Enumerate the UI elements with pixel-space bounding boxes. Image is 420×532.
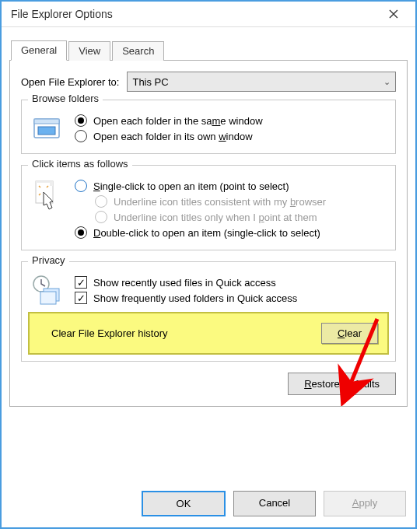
open-explorer-to-label: Open File Explorer to: bbox=[21, 76, 119, 88]
ok-button[interactable]: OK bbox=[142, 491, 226, 516]
privacy-legend: Privacy bbox=[28, 254, 69, 266]
same-window-option[interactable]: Open each folder in the same window bbox=[73, 114, 387, 127]
underline-consistent-option: Underline icon titles consistent with my… bbox=[73, 195, 387, 208]
single-click-label: Single-click to open an item (point to s… bbox=[93, 180, 289, 192]
svg-rect-2 bbox=[38, 127, 55, 135]
double-click-option[interactable]: Double-click to open an item (single-cli… bbox=[73, 226, 387, 239]
show-recent-files-checkbox[interactable]: Show recently used files in Quick access bbox=[73, 276, 387, 289]
general-panel: Open File Explorer to: This PC ⌄ Browse … bbox=[9, 61, 408, 407]
tab-general[interactable]: General bbox=[11, 40, 67, 61]
apply-button: Apply bbox=[324, 491, 406, 516]
tab-search[interactable]: Search bbox=[112, 41, 164, 61]
restore-defaults-row: Restore Defaults bbox=[21, 373, 396, 395]
open-explorer-to-dropdown[interactable]: This PC ⌄ bbox=[127, 72, 396, 92]
tabstrip: General View Search bbox=[9, 38, 408, 61]
clear-button[interactable]: Clear bbox=[321, 323, 378, 344]
single-click-option[interactable]: Single-click to open an item (point to s… bbox=[73, 180, 387, 192]
titlebar: File Explorer Options bbox=[2, 2, 415, 27]
chevron-down-icon: ⌄ bbox=[383, 77, 390, 87]
svg-rect-7 bbox=[40, 292, 56, 304]
cancel-button[interactable]: Cancel bbox=[233, 491, 316, 516]
checkbox-icon bbox=[75, 292, 87, 304]
history-icon bbox=[30, 273, 64, 307]
close-button[interactable] bbox=[378, 3, 409, 25]
click-cursor-icon bbox=[30, 177, 64, 211]
radio-icon bbox=[95, 195, 107, 208]
radio-icon bbox=[75, 180, 87, 192]
file-explorer-options-window: File Explorer Options General View Searc… bbox=[0, 0, 417, 529]
click-items-legend: Click items as follows bbox=[28, 158, 132, 170]
same-window-label: Open each folder in the same window bbox=[93, 115, 263, 127]
show-frequent-folders-checkbox[interactable]: Show frequently used folders in Quick ac… bbox=[73, 292, 387, 304]
privacy-group: Privacy Show recently used files in Quic… bbox=[21, 261, 396, 362]
underline-consistent-label: Underline icon titles consistent with my… bbox=[114, 196, 326, 208]
clear-history-row: Clear File Explorer history Clear bbox=[28, 312, 389, 355]
browse-folders-legend: Browse folders bbox=[28, 93, 103, 104]
clear-history-label: Clear File Explorer history bbox=[51, 327, 168, 339]
svg-rect-1 bbox=[34, 119, 59, 124]
close-icon bbox=[389, 9, 398, 19]
radio-icon bbox=[75, 114, 87, 127]
browse-folders-group: Browse folders Open each folder in the s… bbox=[21, 100, 396, 154]
show-recent-files-label: Show recently used files in Quick access bbox=[93, 277, 276, 289]
own-window-label: Open each folder in its own window bbox=[93, 131, 253, 142]
checkbox-icon bbox=[75, 276, 87, 289]
window-title: File Explorer Options bbox=[11, 8, 378, 20]
underline-point-label: Underline icon titles only when I point … bbox=[114, 212, 317, 223]
own-window-option[interactable]: Open each folder in its own window bbox=[73, 130, 387, 142]
open-explorer-to-value: This PC bbox=[132, 76, 168, 88]
click-items-group: Click items as follows Single-click to o… bbox=[21, 165, 396, 250]
show-frequent-folders-label: Show frequently used folders in Quick ac… bbox=[93, 292, 297, 304]
radio-icon bbox=[95, 211, 107, 223]
restore-defaults-button[interactable]: Restore Defaults bbox=[288, 373, 396, 395]
folder-window-icon bbox=[30, 111, 64, 145]
open-explorer-to-row: Open File Explorer to: This PC ⌄ bbox=[21, 72, 396, 92]
radio-icon bbox=[75, 130, 87, 142]
tab-view[interactable]: View bbox=[68, 41, 110, 61]
radio-icon bbox=[75, 226, 87, 239]
underline-point-option: Underline icon titles only when I point … bbox=[73, 211, 387, 223]
double-click-label: Double-click to open an item (single-cli… bbox=[93, 227, 320, 239]
dialog-footer: OK Cancel Apply bbox=[2, 478, 415, 527]
